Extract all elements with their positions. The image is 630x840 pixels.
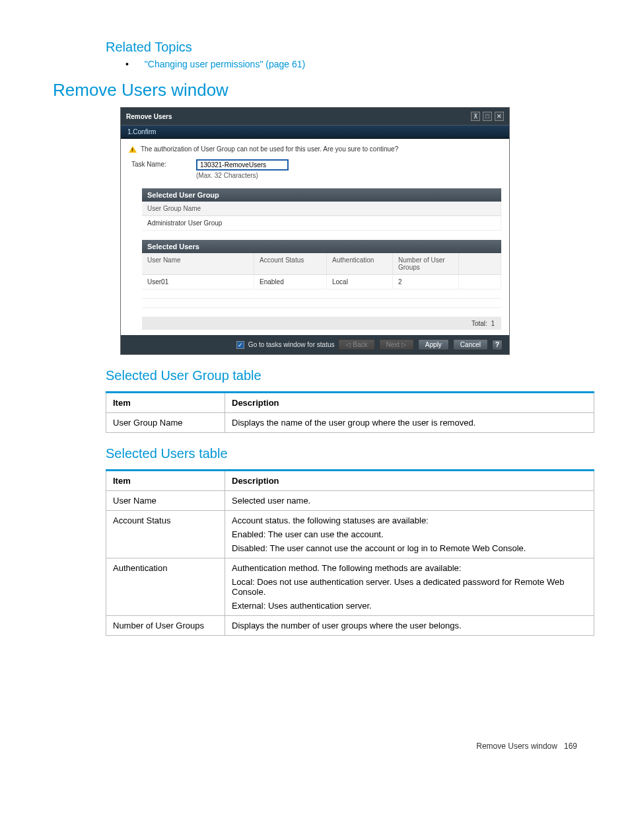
- th-item: Item: [106, 471, 225, 491]
- task-name-label: Task Name:: [131, 159, 191, 168]
- selected-users-table-heading: Selected Users table: [106, 446, 590, 461]
- selected-user-group-table: Item Description User Group Name Display…: [106, 391, 594, 433]
- table-row[interactable]: User01 Enabled Local 2: [142, 275, 501, 289]
- related-topics-heading: Related Topics: [106, 40, 590, 55]
- cell-authentication: Local: [327, 275, 393, 289]
- window-title-text: Remove Users: [126, 113, 172, 120]
- apply-button[interactable]: Apply: [418, 339, 449, 350]
- table-row: Account Status Account status. the follo…: [106, 511, 594, 558]
- bullet-icon: •: [125, 59, 129, 69]
- task-name-hint: (Max. 32 Characters): [196, 172, 289, 179]
- group-row-value: Administrator User Group: [142, 216, 501, 230]
- col-user-name: User Name: [142, 253, 254, 274]
- next-button[interactable]: Next ▷: [379, 339, 414, 350]
- window-body: The authorization of User Group can not …: [121, 139, 509, 335]
- selected-users-header: Selected Users: [142, 240, 501, 253]
- window-titlebar: Remove Users ⊼ □ ✕: [121, 108, 509, 125]
- table-row: Authentication Authentication method. Th…: [106, 558, 594, 616]
- col-authentication: Authentication: [327, 253, 393, 274]
- minimize-icon[interactable]: ⊼: [471, 112, 480, 121]
- th-item: Item: [106, 393, 225, 413]
- cell-account-status: Enabled: [254, 275, 327, 289]
- go-to-tasks-label: Go to tasks window for status: [248, 341, 335, 348]
- table-row: User Name Selected user name.: [106, 491, 594, 511]
- th-description: Description: [225, 471, 594, 491]
- page-footer: Remove Users window 169: [40, 742, 590, 751]
- maximize-icon[interactable]: □: [483, 112, 492, 121]
- related-topic-link[interactable]: "Changing user permissions" (page 61): [145, 59, 305, 69]
- tab-confirm[interactable]: 1.Confirm: [121, 125, 509, 139]
- task-name-input[interactable]: [196, 159, 289, 171]
- back-button[interactable]: ◁ Back: [338, 339, 374, 350]
- related-topic-item[interactable]: • "Changing user permissions" (page 61): [125, 59, 590, 69]
- col-user-group-name: User Group Name: [142, 202, 501, 215]
- table-row: User Group Name Displays the name of the…: [106, 413, 594, 433]
- remove-users-window: Remove Users ⊼ □ ✕ 1.Confirm The authori…: [120, 107, 510, 355]
- selected-users-table: Item Description User Name Selected user…: [106, 469, 594, 636]
- help-icon[interactable]: ?: [492, 340, 503, 350]
- col-num-groups: Number of User Groups: [393, 253, 459, 274]
- selected-user-group-header: Selected User Group: [142, 188, 501, 202]
- page-title: Remove Users window: [53, 80, 590, 100]
- cell-num-groups: 2: [393, 275, 459, 289]
- total-row: Total: 1: [142, 317, 501, 330]
- col-account-status: Account Status: [254, 253, 327, 274]
- go-to-tasks-checkbox[interactable]: ✓: [236, 341, 244, 349]
- table-row: Number of User Groups Displays the numbe…: [106, 616, 594, 636]
- th-description: Description: [225, 393, 594, 413]
- cell-user-name: User01: [142, 275, 254, 289]
- warning-icon: [129, 146, 137, 153]
- selected-user-group-table-heading: Selected User Group table: [106, 368, 590, 383]
- close-icon[interactable]: ✕: [495, 112, 504, 121]
- cancel-button[interactable]: Cancel: [453, 339, 488, 350]
- warning-text: The authorization of User Group can not …: [141, 145, 398, 153]
